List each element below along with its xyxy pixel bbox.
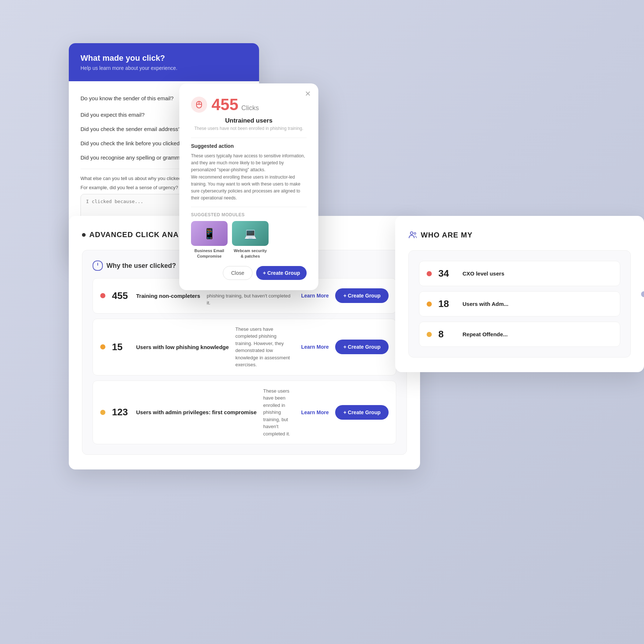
count-2: 15: [112, 341, 130, 353]
modal: ✕ 455 Clicks Untrained users These users…: [179, 83, 318, 290]
question-label-2: Did you expect this email?: [80, 112, 145, 118]
count-1: 455: [112, 290, 130, 302]
who-row-1: 34 CXO level users: [419, 261, 620, 286]
module-bg-desk: 💻: [232, 221, 269, 246]
module-thumb-2: 💻: [232, 221, 269, 246]
module-2: 💻 Webcam security & patches: [232, 221, 269, 259]
who-row-3: 8 Repeat Offende...: [419, 322, 620, 347]
who-section-title: Who are my: [408, 231, 631, 239]
mouse-icon: [93, 261, 103, 271]
modal-action-title: Suggested action: [191, 143, 307, 149]
svg-point-1: [414, 233, 416, 235]
analysis-row-3: 123 Users with admin privileges: first c…: [93, 381, 396, 445]
who-label-2: Users with Adm...: [463, 301, 521, 307]
label-2: Users with low phishing knowledge: [136, 344, 229, 350]
modal-divider-2: [191, 207, 307, 207]
mouse-line: [97, 263, 98, 266]
modal-close-btn[interactable]: Close: [223, 266, 253, 280]
who-inner: 34 CXO level users 18 Users with Adm... …: [408, 250, 631, 357]
svg-point-0: [411, 232, 413, 235]
modal-subdesc: These users have not been enrolled in ph…: [191, 126, 307, 131]
create-group-1[interactable]: + Create Group: [335, 288, 389, 303]
question-label-3: Did you check the sender email address?: [80, 126, 181, 132]
dot-orange-2: [100, 344, 105, 349]
module-label-2: Webcam security & patches: [232, 248, 269, 259]
module-thumb-1: 📱: [191, 221, 228, 246]
dot-red-1: [100, 293, 105, 298]
survey-header: What made you click? Help us learn more …: [69, 43, 259, 81]
label-1: Training non-completers: [136, 293, 200, 299]
modal-action-desc: These users typically have access to sen…: [191, 153, 307, 202]
survey-title: What made you click?: [80, 53, 247, 63]
create-group-3[interactable]: + Create Group: [335, 405, 389, 420]
module-bg-phone: 📱: [191, 221, 228, 246]
module-1: 📱 Business Email Compromise: [191, 221, 228, 259]
who-dot-3: [427, 332, 432, 337]
mouse-svg: [195, 101, 203, 109]
modal-close-button[interactable]: ✕: [305, 90, 311, 97]
who-dot-2: [427, 302, 432, 307]
desc-2: These users have completed phishing trai…: [235, 326, 295, 368]
modal-modules-title: Suggested Modules: [191, 212, 307, 217]
who-card: Who are my 34 CXO level users 18 Users w…: [395, 216, 644, 372]
scroll-indicator: [641, 291, 644, 297]
modal-subtitle: Untrained users: [191, 117, 307, 124]
modal-create-group-btn[interactable]: + Create Group: [256, 266, 307, 280]
count-3: 123: [112, 407, 130, 418]
who-title-text: Who are my: [421, 231, 472, 239]
learn-more-2[interactable]: Learn More: [301, 344, 329, 350]
modal-clicks-label: Clicks: [241, 104, 259, 112]
who-count-2: 18: [438, 298, 456, 310]
question-label-4: Did you check the link before you clicke…: [80, 140, 187, 146]
survey-subtitle: Help us learn more about your experience…: [80, 65, 247, 71]
question-label-1: Do you know the sender of this email?: [80, 95, 173, 101]
modal-modules-row: 📱 Business Email Compromise 💻 Webcam sec…: [191, 221, 307, 259]
label-3: Users with admin privileges: first compr…: [136, 409, 257, 415]
module-label-1: Business Email Compromise: [191, 248, 228, 259]
section-bullet: [82, 233, 86, 237]
who-count-1: 34: [438, 268, 456, 279]
create-group-2[interactable]: + Create Group: [335, 340, 389, 354]
learn-more-1[interactable]: Learn More: [301, 293, 329, 299]
analysis-row-2: 15 Users with low phishing knowledge The…: [93, 319, 396, 375]
learn-more-3[interactable]: Learn More: [301, 409, 329, 415]
who-label-3: Repeat Offende...: [463, 331, 521, 337]
who-row-2: 18 Users with Adm...: [419, 291, 620, 317]
modal-divider-1: [191, 138, 307, 138]
modal-header-row: 455 Clicks: [191, 97, 307, 113]
who-count-3: 8: [438, 329, 456, 340]
modal-footer: Close + Create Group: [191, 266, 307, 280]
modal-mouse-icon: [191, 97, 207, 113]
who-dot-1: [427, 271, 432, 276]
who-label-1: CXO level users: [463, 270, 521, 277]
desc-3: These users have been enrolled in phishi…: [263, 387, 295, 438]
users-icon: [408, 231, 417, 239]
dot-yellow-3: [100, 410, 105, 415]
why-card-title-text: Why the user clicked?: [106, 262, 176, 270]
clicks-count-row: 455 Clicks: [211, 97, 259, 113]
modal-clicks-num: 455: [211, 97, 238, 113]
